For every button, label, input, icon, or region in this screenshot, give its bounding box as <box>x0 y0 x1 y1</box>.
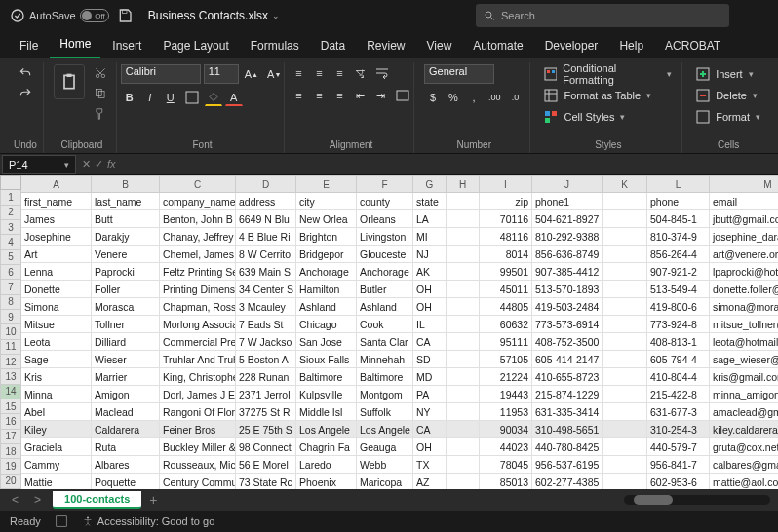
cell[interactable]: CA <box>413 421 447 438</box>
stats-icon[interactable] <box>55 514 68 528</box>
formula-input[interactable] <box>122 155 778 174</box>
cell[interactable] <box>447 351 480 368</box>
cell[interactable]: IL <box>413 316 447 333</box>
cell[interactable]: TX <box>413 456 447 474</box>
cell[interactable]: Lenna <box>21 263 92 281</box>
cell[interactable]: Morasca <box>92 298 160 316</box>
column-header[interactable]: I <box>480 175 532 193</box>
cell[interactable]: 5 Boston A <box>236 351 296 368</box>
cell[interactable]: Kiley <box>21 421 92 438</box>
cell[interactable]: amaclead@gmail.com <box>710 403 778 421</box>
cell[interactable] <box>603 368 647 386</box>
cell[interactable]: 11953 <box>480 403 532 421</box>
cell[interactable]: calbares@gmail.com <box>710 456 778 474</box>
fx-icon[interactable]: fx <box>107 158 116 171</box>
cell[interactable]: OH <box>413 438 447 456</box>
cell[interactable]: 7 Eads St <box>236 316 296 333</box>
wrap-text-button[interactable] <box>372 64 392 82</box>
copy-button[interactable] <box>91 85 110 102</box>
cell[interactable]: PA <box>413 386 447 403</box>
cell[interactable]: 73 State Rc <box>236 474 296 489</box>
cell[interactable]: 8014 <box>480 246 532 263</box>
borders-button[interactable] <box>182 89 202 106</box>
cell[interactable]: 56 E Morel <box>236 456 296 474</box>
align-left-button[interactable]: ≡ <box>291 87 308 104</box>
cell[interactable]: Cook <box>357 316 413 333</box>
cell[interactable] <box>603 386 647 403</box>
column-header[interactable]: B <box>92 175 160 193</box>
cell[interactable]: Chicago <box>296 316 357 333</box>
name-box[interactable]: P14▾ <box>2 155 76 174</box>
cell[interactable]: 605-414-2147 <box>532 351 603 368</box>
cell[interactable]: Maclead <box>92 403 160 421</box>
cell[interactable]: King, Christopher <box>160 368 236 386</box>
cell[interactable]: Josephine <box>21 228 92 246</box>
cell[interactable]: SD <box>413 351 447 368</box>
cell[interactable] <box>603 298 647 316</box>
cell[interactable]: Foller <box>92 281 160 298</box>
cell[interactable]: Leota <box>21 333 92 351</box>
italic-button[interactable]: I <box>141 89 159 106</box>
cell[interactable]: AZ <box>413 474 447 489</box>
cell[interactable]: Abel <box>21 403 92 421</box>
column-header[interactable]: A <box>21 175 92 193</box>
cell[interactable]: 95111 <box>480 333 532 351</box>
undo-button[interactable] <box>15 64 36 82</box>
cell[interactable]: Chemel, James L <box>160 246 236 263</box>
cell[interactable]: 773-573-6914 <box>532 316 603 333</box>
cell[interactable]: 639 Main S <box>236 263 296 281</box>
cell[interactable] <box>447 421 480 438</box>
row-header[interactable]: 10 <box>0 324 21 339</box>
cell[interactable]: Venere <box>92 246 160 263</box>
cell[interactable]: Ashland <box>357 298 413 316</box>
cell[interactable]: 907-385-4412 <box>532 263 603 281</box>
cell[interactable] <box>447 246 480 263</box>
cell[interactable]: 6649 N Blu <box>236 210 296 228</box>
font-name-select[interactable]: Calibri <box>121 64 201 84</box>
cell[interactable]: Simona <box>21 298 92 316</box>
cell[interactable]: lpaprocki@hotmail.com <box>710 263 778 281</box>
column-header[interactable]: J <box>532 175 603 193</box>
column-header[interactable]: E <box>296 175 357 193</box>
cell[interactable]: Mattie <box>21 474 92 489</box>
cell[interactable]: Graciela <box>21 438 92 456</box>
cell[interactable]: Los Angele <box>357 421 413 438</box>
cell-styles-button[interactable]: Cell Styles▾ <box>540 107 629 127</box>
cell[interactable]: 21224 <box>480 368 532 386</box>
align-top-button[interactable]: ≡ <box>291 64 308 82</box>
cell[interactable]: Poquette <box>92 474 160 489</box>
cell[interactable]: mattie@aol.com <box>710 474 778 489</box>
cell[interactable]: Feltz Printing Serv <box>160 263 236 281</box>
cell[interactable]: San Jose <box>296 333 357 351</box>
tab-file[interactable]: File <box>10 35 48 58</box>
cell[interactable]: Buckley Miller & <box>160 438 236 456</box>
cell[interactable]: 7 W Jackso <box>236 333 296 351</box>
cell[interactable]: Suffolk <box>357 403 413 421</box>
cell[interactable] <box>447 386 480 403</box>
horizontal-scrollbar[interactable] <box>624 495 770 505</box>
paste-button[interactable] <box>54 64 85 99</box>
cell[interactable]: Truhlar And Truh <box>160 351 236 368</box>
increase-decimal-button[interactable]: .00 <box>486 89 504 106</box>
cell[interactable]: Art <box>21 246 92 263</box>
decrease-indent-button[interactable]: ⇤ <box>352 87 370 104</box>
autosave-toggle[interactable]: Off <box>80 9 109 22</box>
cell[interactable]: Printing Dimensic <box>160 281 236 298</box>
cell[interactable]: 98 Connect <box>236 438 296 456</box>
tab-developer[interactable]: Developer <box>535 35 608 58</box>
cell[interactable]: Livingston <box>357 228 413 246</box>
cell[interactable]: Minnehah <box>357 351 413 368</box>
cell[interactable] <box>447 333 480 351</box>
cell[interactable]: 215-874-1229 <box>532 386 603 403</box>
cell[interactable]: state <box>413 193 447 210</box>
row-header[interactable]: 6 <box>0 265 21 280</box>
cell[interactable]: Commercial Press <box>160 333 236 351</box>
sheet-nav-next[interactable]: > <box>30 493 45 507</box>
cell[interactable]: company_name <box>160 193 236 210</box>
cell[interactable] <box>603 474 647 489</box>
cell[interactable] <box>603 210 647 228</box>
row-header[interactable]: 13 <box>0 369 21 384</box>
cell[interactable]: Feiner Bros <box>160 421 236 438</box>
conditional-formatting-button[interactable]: Conditional Formatting▾ <box>540 64 676 84</box>
cell[interactable]: 48116 <box>480 228 532 246</box>
